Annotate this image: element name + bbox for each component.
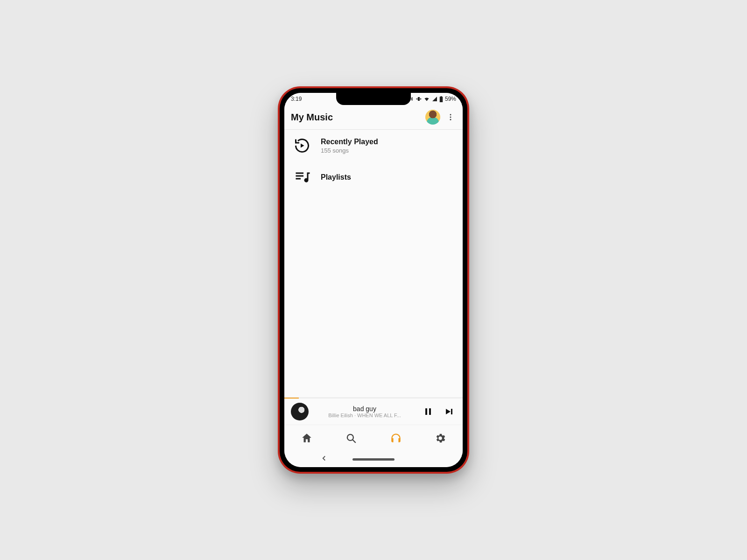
list-item-title: Playlists [321,173,351,182]
nav-home[interactable] [296,428,317,448]
page-title: My Music [291,112,425,123]
system-back-button[interactable] [320,454,328,464]
list-item-playlists[interactable]: Playlists [284,161,463,193]
track-info[interactable]: bad guy Billie Eilish · WHEN WE ALL F... [314,405,415,418]
nav-search[interactable] [341,428,361,448]
list-item-recently-played[interactable]: Recently Played 155 songs [284,130,463,161]
playlist-music-icon [294,169,310,186]
skip-next-icon [443,406,454,417]
home-icon [301,432,313,444]
track-title: bad guy [314,405,415,413]
more-vert-icon [446,113,455,121]
status-time: 3:19 [291,96,302,102]
chevron-left-icon [320,454,328,462]
content-area: Recently Played 155 songs [284,130,463,397]
avatar[interactable] [425,110,440,125]
headphones-icon [390,432,402,444]
svg-rect-5 [296,178,301,180]
progress-bar[interactable] [284,398,463,399]
app-bar: My Music [284,105,463,130]
battery-percent: 59% [445,96,456,102]
svg-rect-4 [296,175,304,177]
battery-icon [439,96,443,102]
search-icon [345,432,357,444]
status-icons: 59% [409,96,456,102]
album-art[interactable] [291,403,309,420]
cell-signal-icon [432,96,437,102]
phone-frame: 3:19 59% My Music [278,86,469,474]
svg-point-0 [450,114,451,115]
history-play-icon [294,137,310,154]
svg-point-1 [450,117,451,118]
more-options-button[interactable] [445,112,456,123]
next-button[interactable] [441,404,456,419]
vibrate-icon [416,96,422,102]
pause-button[interactable] [421,404,436,419]
progress-fill [284,398,299,399]
svg-rect-6 [425,408,427,415]
pause-icon [423,406,434,417]
nav-settings[interactable] [430,428,451,448]
svg-point-9 [347,434,353,441]
nav-library[interactable] [386,428,406,448]
mini-player[interactable]: bad guy Billie Eilish · WHEN WE ALL F... [284,397,463,425]
list-item-subtitle: 155 songs [321,147,378,154]
system-home-pill[interactable] [352,458,395,461]
svg-rect-8 [451,409,452,414]
svg-point-2 [450,119,451,120]
svg-line-10 [353,440,356,443]
gear-icon [434,432,446,444]
display-notch [336,93,411,105]
wifi-icon [423,96,430,102]
system-nav-bar [284,451,463,467]
list-item-title: Recently Played [321,138,378,146]
bottom-nav [284,425,463,451]
track-artist-album: Billie Eilish · WHEN WE ALL F... [314,413,415,418]
svg-rect-3 [296,173,304,174]
svg-rect-7 [429,408,431,415]
